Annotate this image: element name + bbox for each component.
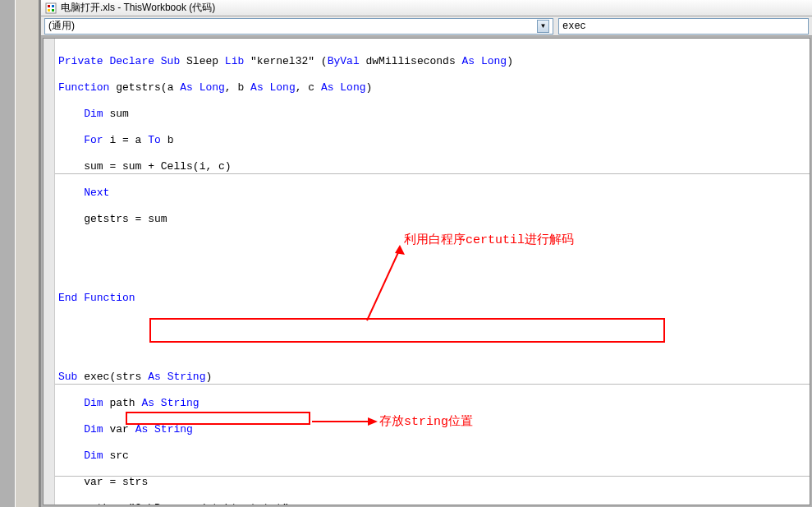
vba-file-icon	[44, 2, 57, 15]
arrow-icon	[359, 245, 408, 327]
section-divider	[55, 384, 810, 385]
object-dropdown[interactable]: (通用) ▼	[44, 18, 553, 35]
code-content[interactable]: Private Declare Sub Sleep Lib "kernel32"…	[55, 39, 810, 505]
code-toolbar: (通用) ▼ exec	[41, 16, 812, 36]
left-panel-gutter	[0, 0, 41, 507]
svg-rect-2	[52, 5, 54, 7]
window-title: 电脑打开.xls - ThisWorkbook (代码)	[61, 1, 215, 15]
svg-rect-3	[48, 9, 50, 12]
svg-line-5	[367, 249, 400, 320]
svg-rect-4	[52, 9, 54, 12]
svg-rect-0	[46, 3, 56, 13]
procedure-dropdown-value: exec	[562, 21, 586, 32]
code-margin	[44, 39, 55, 505]
window-title-bar: 电脑打开.xls - ThisWorkbook (代码)	[41, 0, 812, 16]
chevron-down-icon[interactable]: ▼	[537, 20, 549, 33]
code-editor[interactable]: Private Declare Sub Sleep Lib "kernel32"…	[43, 38, 810, 505]
section-divider	[55, 173, 810, 174]
svg-rect-1	[48, 5, 50, 7]
object-dropdown-value: (通用)	[48, 19, 75, 33]
procedure-dropdown[interactable]: exec	[558, 18, 809, 35]
